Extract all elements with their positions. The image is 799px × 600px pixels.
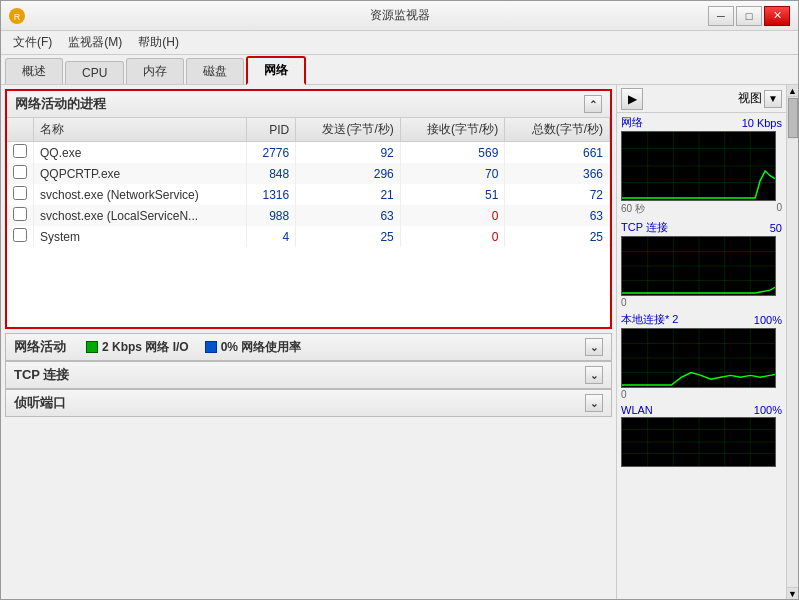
proc-recv: 0 [400,205,505,226]
col-recv[interactable]: 接收(字节/秒) [400,118,505,142]
main-content: 网络活动的进程 ⌃ 名称 PID 发送(字节/秒) 接收(字节/秒) 总 [1,85,798,599]
chart-local-bottom: 0 [621,389,782,400]
scrollbar-down[interactable]: ▼ [787,587,798,599]
proc-send: 25 [296,226,401,247]
proc-pid: 2776 [246,142,295,164]
col-total[interactable]: 总数(字节/秒) [505,118,610,142]
network-process-table-container: 名称 PID 发送(字节/秒) 接收(字节/秒) 总数(字节/秒) QQ.exe [7,118,610,247]
app-icon: R [9,8,25,24]
view-dropdown-button[interactable]: ▼ [764,90,782,108]
proc-name: svchost.exe (NetworkService) [34,184,247,205]
row-checkbox[interactable] [7,142,34,164]
menu-monitor[interactable]: 监视器(M) [60,32,130,53]
titlebar-buttons: ─ □ ✕ [708,6,790,26]
right-toolbar: ▶ 视图 ▼ [617,85,786,113]
table-row: svchost.exe (LocalServiceN... 988 63 0 6… [7,205,610,226]
scrollbar[interactable]: ▲ ▼ [786,85,798,599]
network-process-title: 网络活动的进程 [15,95,106,113]
chart-wlan: WLAN 100% [621,404,782,467]
chart-tcp-label: TCP 连接 [621,220,668,235]
row-checkbox[interactable] [7,163,34,184]
window-title: 资源监视器 [370,7,430,24]
scrollbar-track [787,139,798,587]
scrollbar-up[interactable]: ▲ [787,85,798,97]
maximize-button[interactable]: □ [736,6,762,26]
tab-cpu[interactable]: CPU [65,61,124,84]
proc-name: System [34,226,247,247]
proc-total: 366 [505,163,610,184]
dropdown-icon: ▼ [768,93,778,104]
proc-name: svchost.exe (LocalServiceN... [34,205,247,226]
proc-total: 661 [505,142,610,164]
tabbar: 概述 CPU 内存 磁盘 网络 [1,55,798,85]
tab-disk[interactable]: 磁盘 [186,58,244,84]
col-pid[interactable]: PID [246,118,295,142]
tab-network[interactable]: 网络 [246,56,306,85]
tcp-expand[interactable]: ⌄ [585,366,603,384]
proc-send: 92 [296,142,401,164]
network-process-section: 网络活动的进程 ⌃ 名称 PID 发送(字节/秒) 接收(字节/秒) 总 [5,89,612,329]
main-window: R 资源监视器 ─ □ ✕ 文件(F) 监视器(M) 帮助(H) 概述 CPU … [0,0,799,600]
table-body: QQ.exe 2776 92 569 661 QQPCRTP.exe 848 2… [7,142,610,248]
network-usage-label: 0% 网络使用率 [221,339,302,356]
chart-local-value: 100% [754,314,782,326]
network-activity-header[interactable]: 网络活动 2 Kbps 网络 I/O 0% 网络使用率 ⌄ [6,334,611,360]
close-button[interactable]: ✕ [764,6,790,26]
proc-send: 63 [296,205,401,226]
network-io-stat: 2 Kbps 网络 I/O [86,339,189,356]
network-process-header[interactable]: 网络活动的进程 ⌃ [7,91,610,118]
chart-network-time: 60 秒 [621,202,645,216]
chart-network-zero: 0 [776,202,782,216]
proc-send: 21 [296,184,401,205]
chart-tcp-value: 50 [770,222,782,234]
row-checkbox[interactable] [7,226,34,247]
nav-icon: ▶ [628,92,637,106]
titlebar-left: R [9,8,25,24]
menu-help[interactable]: 帮助(H) [130,32,187,53]
proc-send: 296 [296,163,401,184]
listening-header[interactable]: 侦听端口 ⌄ [6,390,611,416]
chart-local-label: 本地连接* 2 [621,312,678,327]
col-checkbox [7,118,34,142]
scrollbar-thumb[interactable] [788,98,798,138]
network-io-label: 2 Kbps 网络 I/O [102,339,189,356]
right-panel: ▶ 视图 ▼ 网络 10 Kbps [616,85,786,599]
network-usage-stat: 0% 网络使用率 [205,339,302,356]
proc-pid: 848 [246,163,295,184]
network-process-expand[interactable]: ⌃ [584,95,602,113]
chart-network-bottom: 60 秒 0 [621,202,782,216]
minimize-button[interactable]: ─ [708,6,734,26]
tcp-header[interactable]: TCP 连接 ⌄ [6,362,611,388]
titlebar: R 资源监视器 ─ □ ✕ [1,1,798,31]
menubar: 文件(F) 监视器(M) 帮助(H) [1,31,798,55]
network-activity-expand[interactable]: ⌄ [585,338,603,356]
chart-local: 本地连接* 2 100% [621,312,782,400]
tab-overview[interactable]: 概述 [5,58,63,84]
chart-network-canvas [621,131,776,201]
proc-recv: 51 [400,184,505,205]
chart-container: 网络 10 Kbps [617,113,786,599]
chart-wlan-canvas [621,417,776,467]
menu-file[interactable]: 文件(F) [5,32,60,53]
row-checkbox[interactable] [7,184,34,205]
tcp-title: TCP 连接 [14,366,69,384]
chart-network-header: 网络 10 Kbps [621,115,782,130]
chart-wlan-value: 100% [754,404,782,416]
chart-local-header: 本地连接* 2 100% [621,312,782,327]
row-checkbox[interactable] [7,205,34,226]
listening-expand[interactable]: ⌄ [585,394,603,412]
network-io-icon [86,341,98,353]
proc-pid: 4 [246,226,295,247]
col-send[interactable]: 发送(字节/秒) [296,118,401,142]
chart-tcp-zero: 0 [621,297,627,308]
listening-title: 侦听端口 [14,394,66,412]
view-label: 视图 [738,90,762,107]
tab-memory[interactable]: 内存 [126,58,184,84]
nav-back-button[interactable]: ▶ [621,88,643,110]
network-activity-title: 网络活动 [14,338,66,356]
view-dropdown: 视图 ▼ [738,90,782,108]
proc-recv: 569 [400,142,505,164]
col-name[interactable]: 名称 [34,118,247,142]
network-usage-icon [205,341,217,353]
proc-total: 25 [505,226,610,247]
